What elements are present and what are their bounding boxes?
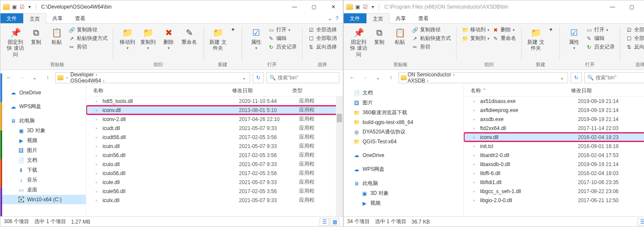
- file-list[interactable]: ▫ax51disass.exe2019-09-19 21:14▫axftdiee…: [464, 97, 644, 216]
- nav-music[interactable]: ♪音乐: [0, 175, 86, 185]
- nav-thispc[interactable]: 🖥此电脑: [0, 116, 86, 126]
- properties-button[interactable]: ☑属性: [247, 26, 265, 51]
- breadcrumb[interactable]: ON Semiconductor›: [408, 72, 456, 78]
- copy-to-button[interactable]: 📁复制到: [139, 26, 157, 51]
- refresh-button[interactable]: ↻: [253, 72, 264, 83]
- nav-pictures[interactable]: 🖼图片: [0, 145, 86, 155]
- minimize-button[interactable]: ―: [603, 0, 622, 13]
- paste-button[interactable]: 📋粘贴: [48, 26, 66, 45]
- new-item-button[interactable]: ✦: [230, 26, 236, 33]
- breadcrumb[interactable]: OSGeo4W64›: [70, 78, 110, 83]
- search-input[interactable]: 🔍搜索"bin": [266, 72, 339, 83]
- back-button[interactable]: ←: [4, 73, 14, 83]
- file-row[interactable]: ▫iculx.dll2021-05-07 9:33应用程: [86, 196, 343, 205]
- titlebar[interactable]: ▣ ☑ ▾ C:\Developer\OSGeo4W64\bin ― ▢ ✕: [0, 0, 343, 13]
- navigation-pane[interactable]: 📄文档 🖼图片 📁360极速浏览器下载 📁build-qgis-test-x86…: [344, 85, 464, 216]
- file-row[interactable]: ▫ftd2xx64.dll2017-11-14 22:03: [464, 124, 644, 133]
- nav-thispc[interactable]: 🖥此电脑: [344, 179, 463, 188]
- nav-videos[interactable]: ▶视频: [344, 198, 463, 208]
- view-details-button[interactable]: ☰: [320, 218, 329, 226]
- cut-button[interactable]: ✂剪切: [411, 43, 451, 51]
- close-button[interactable]: ✕: [641, 0, 644, 13]
- copy-button[interactable]: ⧉复制: [27, 26, 45, 45]
- maximize-button[interactable]: ▢: [304, 0, 324, 13]
- file-row[interactable]: ▫libantlr2-0.dll2016-02-04 17:53: [464, 151, 644, 160]
- file-row[interactable]: ▫icule56.dll2017-02-05 3:56应用程: [86, 187, 343, 196]
- recent-dropdown[interactable]: ⌄: [373, 73, 383, 83]
- maximize-button[interactable]: ▢: [622, 0, 641, 13]
- nav-desktop[interactable]: ▭桌面: [0, 185, 86, 195]
- tab-share[interactable]: 共享: [390, 13, 412, 23]
- breadcrumb[interactable]: Developer›: [70, 72, 110, 78]
- help-icon[interactable]: ?: [336, 15, 339, 21]
- copy-to-button[interactable]: 📁复制到: [462, 35, 490, 42]
- new-item-button[interactable]: ✦: [547, 26, 554, 33]
- minimize-button[interactable]: ―: [285, 0, 304, 13]
- pin-quick-access-button[interactable]: 📌固定到快 速访问: [350, 26, 368, 58]
- move-to-button[interactable]: 📁移动到: [462, 26, 490, 33]
- col-name-header[interactable]: 名称 ⌃: [464, 87, 571, 94]
- paste-button[interactable]: 📋粘贴: [391, 26, 409, 45]
- qat-save-icon[interactable]: ▣: [354, 3, 361, 10]
- scrollbar[interactable]: [336, 97, 343, 216]
- select-none-button[interactable]: ☐全部取消: [626, 35, 644, 42]
- nav-pictures[interactable]: 🖼图片: [344, 98, 463, 108]
- crumb-chevron[interactable]: ›: [64, 75, 70, 81]
- nav-videos[interactable]: ▶视频: [0, 136, 86, 145]
- qat-dropdown-icon[interactable]: ▾: [26, 3, 33, 10]
- file-row[interactable]: ▫icuio56.dll2017-02-05 3:56应用程: [86, 169, 343, 178]
- file-row[interactable]: ▫iconv.dll2016-02-04 18:23: [464, 133, 644, 142]
- file-row[interactable]: ▫hdt5_tools.dll2020-11-10 5:44应用程: [86, 97, 343, 106]
- new-folder-button[interactable]: 📁新建 文件夹: [209, 26, 227, 51]
- invert-selection-button[interactable]: ⇅反向选择: [626, 43, 644, 51]
- history-button[interactable]: ↻历史记录: [268, 43, 297, 51]
- history-button[interactable]: ↻历史记录: [586, 43, 615, 51]
- tab-view[interactable]: 查看: [412, 13, 435, 23]
- pin-quick-access-button[interactable]: 📌固定到快 速访问: [6, 26, 24, 58]
- file-row[interactable]: ▫libffi-6.dll2016-02-04 18:03: [464, 169, 644, 178]
- address-dropdown[interactable]: ⌄: [240, 75, 248, 81]
- scrollbar-thumb[interactable]: [337, 114, 342, 122]
- view-icons-button[interactable]: ▦: [330, 218, 339, 226]
- file-row[interactable]: ▫libgio-2.0-0.dll2017-06-21 12:50: [464, 196, 644, 205]
- up-button[interactable]: ↑: [386, 73, 396, 83]
- qat-dropdown-icon[interactable]: ▾: [369, 3, 376, 10]
- select-all-button[interactable]: ☑全部选择: [626, 26, 644, 33]
- breadcrumb[interactable]: AXSDB›: [408, 78, 456, 83]
- copy-path-button[interactable]: 🔗复制路径: [411, 26, 451, 33]
- nav-dya[interactable]: ◎DYA520A通信协议: [344, 127, 463, 137]
- nav-wps[interactable]: ☁WPS网盘: [344, 164, 463, 174]
- address-bar[interactable]: › Win10-x64 (C:)›Developer›OSGeo4W64›bin…: [55, 72, 250, 83]
- address-dropdown[interactable]: ⌄: [558, 75, 566, 81]
- file-list[interactable]: ▫hdt5_tools.dll2020-11-10 5:44应用程▫iconv.…: [86, 97, 343, 216]
- col-type-header[interactable]: 类型: [292, 87, 318, 94]
- back-button[interactable]: ←: [347, 73, 357, 83]
- qat-check-icon[interactable]: ☑: [18, 3, 25, 10]
- rename-button[interactable]: ✎重命名: [492, 35, 516, 42]
- file-row[interactable]: ▫icuin56.dll2017-02-05 3:56应用程: [86, 151, 343, 160]
- nav-downloads[interactable]: ⬇下载: [0, 165, 86, 175]
- close-button[interactable]: ✕: [324, 0, 343, 13]
- tab-share[interactable]: 共享: [46, 13, 69, 23]
- file-row[interactable]: ▫icuio.dll2021-05-07 9:33应用程: [86, 160, 343, 169]
- edit-button[interactable]: ✎编辑: [268, 35, 297, 42]
- new-folder-button[interactable]: 📁新建 文件夹: [527, 26, 545, 51]
- delete-button[interactable]: ✖删除: [492, 26, 516, 33]
- tab-file[interactable]: 文件: [344, 13, 366, 23]
- view-details-button[interactable]: ☰: [638, 218, 644, 226]
- nav-wps[interactable]: ☁WPS网盘: [0, 102, 86, 112]
- nav-onedrive[interactable]: ☁OneDrive: [0, 88, 86, 97]
- nav-onedrive[interactable]: ☁OneDrive: [344, 151, 463, 160]
- rename-button[interactable]: ✎重命名: [180, 26, 198, 45]
- forward-button[interactable]: →: [17, 73, 27, 83]
- forward-button[interactable]: →: [360, 73, 370, 83]
- tab-view[interactable]: 查看: [69, 13, 92, 23]
- ribbon-collapse-icon[interactable]: ⌄: [328, 15, 332, 21]
- invert-selection-button[interactable]: ⇅反向选择: [308, 43, 337, 51]
- file-row[interactable]: ▫icudt.dll2021-05-07 9:33应用程: [86, 124, 343, 133]
- select-all-button[interactable]: ☑全部选择: [308, 26, 337, 33]
- recent-dropdown[interactable]: ⌄: [30, 73, 40, 83]
- file-row[interactable]: ▫icule.dll2021-05-07 9:33应用程: [86, 178, 343, 187]
- col-name-header[interactable]: 名称: [86, 87, 232, 94]
- qat-save-icon[interactable]: ▣: [11, 3, 18, 10]
